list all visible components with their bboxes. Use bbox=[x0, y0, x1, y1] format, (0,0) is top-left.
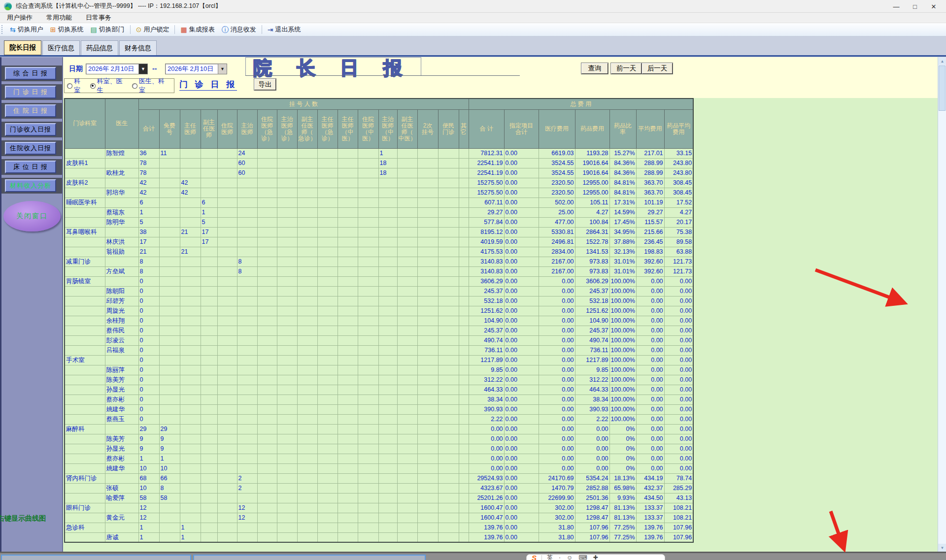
cell[interactable]: 8 bbox=[138, 257, 159, 266]
cell[interactable] bbox=[257, 266, 277, 276]
cell[interactable] bbox=[459, 306, 469, 316]
cell[interactable] bbox=[317, 424, 338, 434]
cell[interactable] bbox=[417, 503, 438, 513]
cell[interactable]: 104.90 bbox=[575, 316, 609, 326]
cell[interactable] bbox=[459, 503, 469, 513]
cell[interactable] bbox=[237, 444, 257, 454]
doctor-cell[interactable]: 姚建华 bbox=[105, 404, 138, 414]
cell[interactable] bbox=[257, 463, 277, 473]
cell[interactable] bbox=[338, 286, 358, 296]
cell[interactable] bbox=[217, 217, 237, 227]
cell[interactable]: 31.01% bbox=[609, 266, 636, 276]
cell[interactable] bbox=[438, 217, 459, 227]
cell[interactable] bbox=[159, 286, 180, 296]
cell[interactable] bbox=[297, 168, 317, 178]
doctor-cell[interactable]: 蔡伟民 bbox=[105, 326, 138, 335]
cell[interactable] bbox=[338, 168, 358, 178]
cell[interactable] bbox=[438, 483, 459, 493]
cell[interactable] bbox=[159, 227, 180, 237]
cell[interactable] bbox=[358, 316, 378, 326]
cell[interactable] bbox=[438, 178, 459, 188]
cell[interactable] bbox=[297, 335, 317, 345]
cell[interactable] bbox=[317, 404, 338, 414]
cell[interactable] bbox=[358, 306, 378, 316]
cell[interactable]: 0.00 bbox=[504, 335, 539, 345]
cell[interactable]: 0.00 bbox=[504, 385, 539, 395]
cell[interactable]: 7812.31 bbox=[469, 148, 504, 158]
cell[interactable] bbox=[417, 257, 438, 266]
cell[interactable] bbox=[378, 247, 397, 257]
doctor-cell[interactable]: 陈朝阳 bbox=[105, 286, 138, 296]
cell[interactable]: 8 bbox=[138, 266, 159, 276]
cell[interactable]: 0.00 bbox=[636, 355, 664, 365]
cell[interactable] bbox=[459, 276, 469, 286]
cell[interactable] bbox=[237, 227, 257, 237]
cell[interactable]: 38.34 bbox=[469, 395, 504, 404]
doctor-cell[interactable]: 喻爱萍 bbox=[105, 493, 138, 503]
cell[interactable] bbox=[217, 207, 237, 217]
cell[interactable]: 100.00% bbox=[609, 365, 636, 375]
cell[interactable]: 973.83 bbox=[575, 257, 609, 266]
cell[interactable] bbox=[438, 276, 459, 286]
cell[interactable] bbox=[338, 454, 358, 463]
cell[interactable] bbox=[417, 345, 438, 355]
cell[interactable]: 392.60 bbox=[636, 266, 664, 276]
cell[interactable] bbox=[338, 395, 358, 404]
cell[interactable]: 0% bbox=[609, 424, 636, 434]
cell[interactable]: 0 bbox=[138, 326, 159, 335]
cell[interactable]: 0.00 bbox=[504, 326, 539, 335]
doctor-cell[interactable]: 彭凌云 bbox=[105, 335, 138, 345]
cell[interactable]: 3524.55 bbox=[539, 168, 575, 178]
cell[interactable]: 0.00 bbox=[664, 276, 693, 286]
dept-cell[interactable] bbox=[65, 532, 105, 542]
cell[interactable] bbox=[159, 513, 180, 523]
cell[interactable] bbox=[459, 198, 469, 207]
cell[interactable] bbox=[317, 198, 338, 207]
cell[interactable] bbox=[317, 463, 338, 473]
cell[interactable]: 502.00 bbox=[539, 198, 575, 207]
cell[interactable] bbox=[297, 395, 317, 404]
cell[interactable] bbox=[217, 444, 237, 454]
cell[interactable] bbox=[358, 375, 378, 385]
cell[interactable]: 2.22 bbox=[469, 414, 504, 424]
cell[interactable]: 0.00 bbox=[575, 444, 609, 454]
cell[interactable] bbox=[317, 237, 338, 247]
cell[interactable]: 42 bbox=[180, 188, 201, 198]
cell[interactable] bbox=[378, 395, 397, 404]
cell[interactable] bbox=[297, 227, 317, 237]
cell[interactable]: 18 bbox=[378, 168, 397, 178]
cell[interactable] bbox=[358, 286, 378, 296]
cell[interactable]: 0.00 bbox=[636, 296, 664, 306]
cell[interactable] bbox=[397, 296, 417, 306]
cell[interactable]: 0.00 bbox=[636, 345, 664, 355]
cell[interactable] bbox=[338, 404, 358, 414]
cell[interactable] bbox=[217, 424, 237, 434]
cell[interactable] bbox=[201, 463, 217, 473]
cell[interactable]: 0.00 bbox=[539, 316, 575, 326]
cell[interactable]: 100.00% bbox=[609, 306, 636, 316]
cell[interactable]: 17.31% bbox=[609, 198, 636, 207]
cell[interactable] bbox=[459, 483, 469, 493]
cell[interactable] bbox=[317, 158, 338, 168]
cell[interactable]: 100.00% bbox=[609, 414, 636, 424]
cell[interactable]: 312.22 bbox=[575, 375, 609, 385]
cell[interactable] bbox=[201, 513, 217, 523]
cell[interactable]: 0.00 bbox=[504, 227, 539, 237]
dept-cell[interactable] bbox=[65, 335, 105, 345]
cell[interactable] bbox=[378, 257, 397, 266]
ime-icon[interactable]: ✚ bbox=[593, 555, 598, 560]
cell[interactable] bbox=[201, 316, 217, 326]
query-button[interactable]: 查询 bbox=[581, 63, 608, 74]
cell[interactable]: 0.00 bbox=[539, 276, 575, 286]
cell[interactable]: 4175.53 bbox=[469, 247, 504, 257]
cell[interactable] bbox=[358, 434, 378, 444]
doctor-cell[interactable] bbox=[105, 424, 138, 434]
cell[interactable] bbox=[159, 306, 180, 316]
cell[interactable]: 736.11 bbox=[469, 345, 504, 355]
doctor-cell[interactable]: 陈明华 bbox=[105, 217, 138, 227]
cell[interactable]: 363.70 bbox=[636, 178, 664, 188]
cell[interactable] bbox=[180, 444, 201, 454]
cell[interactable] bbox=[297, 385, 317, 395]
cell[interactable]: 464.33 bbox=[575, 385, 609, 395]
cell[interactable] bbox=[159, 207, 180, 217]
